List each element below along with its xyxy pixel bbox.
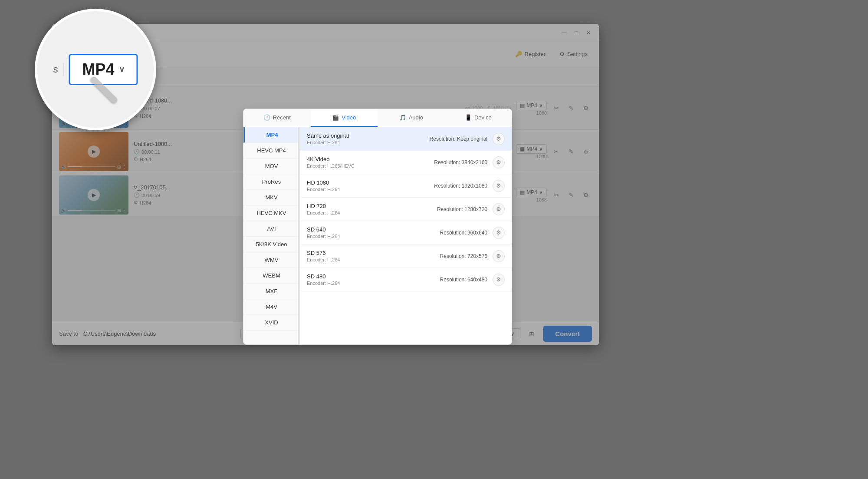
grid-icon: ▦ xyxy=(520,189,525,195)
save-path: C:\Users\Eugene\Downloads ∨ xyxy=(83,329,251,339)
preset-settings-button[interactable]: ⚙ xyxy=(493,133,505,145)
tab-video[interactable]: 🎬 Video xyxy=(311,109,378,127)
preset-info: SD 480 Encoder: H.264 xyxy=(307,273,435,286)
preset-encoder: Encoder: H.264 xyxy=(307,234,435,239)
format-item-avi[interactable]: AVI xyxy=(243,221,299,237)
magnifier-content: s MP4 ∨ xyxy=(37,11,154,128)
preset-item-hd1080[interactable]: HD 1080 Encoder: H.264 Resolution: 1920x… xyxy=(300,174,512,198)
device-icon: 📱 xyxy=(465,114,472,121)
preset-item-hd720[interactable]: HD 720 Encoder: H.264 Resolution: 1280x7… xyxy=(300,198,512,221)
preset-settings-button[interactable]: ⚙ xyxy=(493,156,505,168)
file-name: Untitled-1080... xyxy=(134,97,320,104)
edit-button[interactable]: ✎ xyxy=(565,189,577,201)
preset-item-sd640[interactable]: SD 640 Encoder: H.264 Resolution: 960x64… xyxy=(300,221,512,244)
audio-icon[interactable]: 🔊 xyxy=(61,208,66,213)
progress-bar xyxy=(68,210,115,211)
file-output: ▦ MP4 ∨ 1080 ✂ ✎ ⚙ xyxy=(516,101,592,116)
more-icon[interactable]: ⋮ xyxy=(122,165,127,169)
codec-icon: ⚙ xyxy=(134,200,138,205)
preset-encoder: Encoder: H.265/HEVC xyxy=(307,163,429,168)
tab-audio[interactable]: 🎵 Audio xyxy=(378,109,445,127)
minimize-button[interactable]: — xyxy=(561,29,568,36)
output-resolution: 1080 xyxy=(516,110,547,116)
preset-info: 4K Video Encoder: H.265/HEVC xyxy=(307,156,429,168)
preset-info: HD 1080 Encoder: H.264 xyxy=(307,179,429,192)
format-item-mov[interactable]: MOV xyxy=(243,159,299,174)
file-thumbnail: ▶ 🔊 ⊞ ⋮ xyxy=(59,132,128,171)
format-item-m4v[interactable]: M4V xyxy=(243,299,299,315)
preset-name: SD 480 xyxy=(307,273,435,280)
magnifier-format-box[interactable]: MP4 ∨ xyxy=(69,54,138,85)
preset-encoder: Encoder: H.264 xyxy=(307,257,435,262)
edit-button[interactable]: ✎ xyxy=(565,145,577,158)
file-actions: ✂ ✎ ⚙ xyxy=(550,102,592,114)
expand-icon[interactable]: ⊞ xyxy=(117,165,121,169)
path-text: C:\Users\Eugene\Downloads xyxy=(83,330,237,337)
audio-icon: 🎵 xyxy=(399,114,406,121)
clock-icon: 🕐 xyxy=(263,114,270,121)
preset-resolution: Resolution: 1280x720 xyxy=(437,206,487,212)
cut-button[interactable]: ✂ xyxy=(550,189,562,201)
preset-name: HD 1080 xyxy=(307,179,429,186)
settings-button[interactable]: ⚙ Settings xyxy=(555,48,592,60)
format-item-xvid[interactable]: XVID xyxy=(243,315,299,330)
preset-name: HD 720 xyxy=(307,203,432,209)
expand-icon[interactable]: ⊞ xyxy=(117,208,121,213)
preset-settings-button[interactable]: ⚙ xyxy=(493,274,505,286)
gear-icon: ⚙ xyxy=(559,51,565,57)
format-item-5k8k[interactable]: 5K/8K Video xyxy=(243,237,299,252)
grid-view-button[interactable]: ⊞ xyxy=(526,328,538,340)
tab-recent[interactable]: 🕐 Recent xyxy=(243,109,311,127)
audio-icon[interactable]: 🔊 xyxy=(61,165,66,169)
preset-encoder: Encoder: H.264 xyxy=(307,281,435,286)
close-button[interactable]: ✕ xyxy=(585,29,592,36)
play-button[interactable]: ▶ xyxy=(88,189,100,201)
divider xyxy=(298,127,299,344)
preset-item-sd576[interactable]: SD 576 Encoder: H.264 Resolution: 720x57… xyxy=(300,244,512,268)
format-dropdown: 🕐 Recent 🎬 Video 🎵 Audio 📱 Device MP4 HE… xyxy=(243,109,512,345)
preset-settings-button[interactable]: ⚙ xyxy=(493,227,505,239)
settings-button[interactable]: ⚙ xyxy=(580,145,592,158)
window-controls: — □ ✕ xyxy=(561,29,592,36)
tab-device[interactable]: 📱 Device xyxy=(445,109,512,127)
preset-item-same-as-original[interactable]: Same as original Encoder: H.264 Resoluti… xyxy=(300,127,512,151)
convert-button[interactable]: Convert xyxy=(543,326,592,342)
play-button[interactable]: ▶ xyxy=(88,145,100,158)
preset-name: SD 640 xyxy=(307,226,435,233)
format-item-hevc-mp4[interactable]: HEVC MP4 xyxy=(243,143,299,159)
output-format-selector[interactable]: ▦ MP4 ∨ xyxy=(516,144,547,154)
maximize-button[interactable]: □ xyxy=(573,29,580,36)
preset-resolution: Resolution: 720x576 xyxy=(440,253,487,259)
format-body: MP4 HEVC MP4 MOV ProRes MKV HEVC MKV AVI… xyxy=(243,127,512,344)
settings-button[interactable]: ⚙ xyxy=(580,189,592,201)
format-item-prores[interactable]: ProRes xyxy=(243,174,299,190)
preset-settings-button[interactable]: ⚙ xyxy=(493,180,505,192)
format-item-mp4[interactable]: MP4 xyxy=(243,127,299,143)
format-item-mkv[interactable]: MKV xyxy=(243,190,299,205)
output-resolution: 1088 xyxy=(516,197,547,202)
format-item-mxf[interactable]: MXF xyxy=(243,284,299,299)
magnifier-chevron-icon: ∨ xyxy=(119,65,125,74)
preset-settings-button[interactable]: ⚙ xyxy=(493,203,505,215)
cut-button[interactable]: ✂ xyxy=(550,102,562,114)
format-item-hevc-mkv[interactable]: HEVC MKV xyxy=(243,205,299,221)
preset-info: SD 576 Encoder: H.264 xyxy=(307,250,435,262)
output-format-selector[interactable]: ▦ MP4 ∨ xyxy=(516,101,547,110)
cut-button[interactable]: ✂ xyxy=(550,145,562,158)
preset-encoder: Encoder: H.264 xyxy=(307,187,429,192)
preset-item-sd480[interactable]: SD 480 Encoder: H.264 Resolution: 640x48… xyxy=(300,268,512,291)
preset-name: Same as original xyxy=(307,132,424,139)
edit-button[interactable]: ✎ xyxy=(565,102,577,114)
format-item-wmv[interactable]: WMV xyxy=(243,252,299,268)
progress-bar xyxy=(68,166,115,167)
grid-icon: ▦ xyxy=(520,146,525,152)
format-item-webm[interactable]: WEBM xyxy=(243,268,299,284)
register-button[interactable]: 🔑 Register xyxy=(511,48,550,60)
more-icon[interactable]: ⋮ xyxy=(122,208,127,213)
output-format-selector[interactable]: ▦ MP4 ∨ xyxy=(516,188,547,197)
preset-settings-button[interactable]: ⚙ xyxy=(493,250,505,262)
settings-button[interactable]: ⚙ xyxy=(580,102,592,114)
key-icon: 🔑 xyxy=(515,51,522,57)
preset-item-4k[interactable]: 4K Video Encoder: H.265/HEVC Resolution:… xyxy=(300,151,512,174)
preset-resolution: Resolution: 1920x1080 xyxy=(434,183,487,189)
